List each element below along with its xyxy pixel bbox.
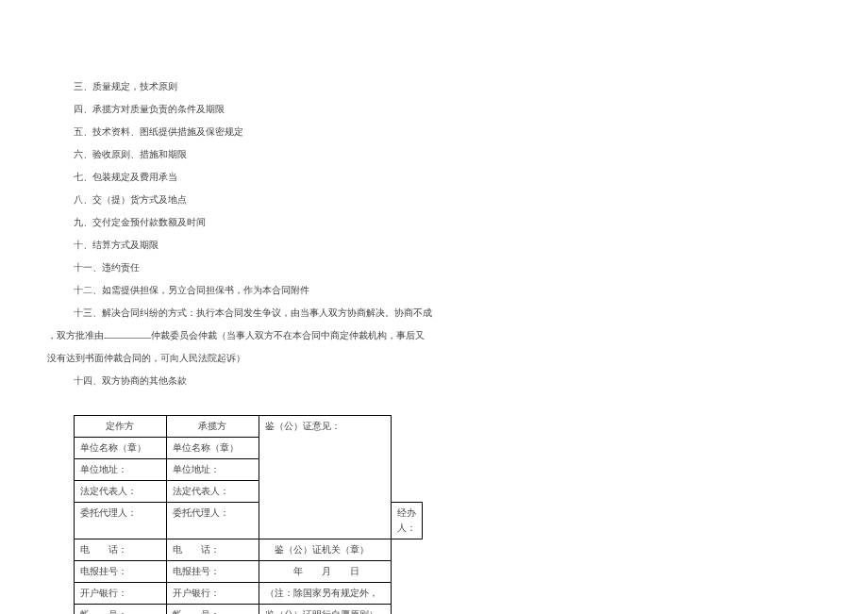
clause-13-line3: 没有达到书面仲裁合同的，可向人民法院起诉） [47, 351, 821, 366]
cell-legal-rep-1: 法定代表人： [75, 481, 167, 503]
clause-7: 七、包装规定及费用承当 [47, 170, 821, 185]
cell-unit-name-1: 单位名称（章） [75, 438, 167, 459]
cell-phone-1: 电 话： [75, 539, 167, 561]
clause-13b-post: 仲裁委员会仲裁（当事人双方不在本合同中商定仲裁机构，事后又 [151, 330, 425, 340]
clause-10: 十、结算方式及期限 [47, 238, 821, 253]
cell-handler: 经办人： [392, 503, 423, 539]
cell-bank-2: 开户银行： [166, 583, 259, 605]
clause-13-line1: 十三、解决合同纠纷的方式：执行本合同发生争议，由当事人双方协商解决。协商不成 [47, 306, 821, 321]
clause-6: 六、验收原则、措施和期限 [47, 147, 821, 162]
clause-5: 五、技术资料、图纸提供措施及保密规定 [47, 124, 821, 140]
cell-telegram-1: 电报挂号： [75, 561, 167, 583]
clause-12: 十二、如需提供担保，另立合同担保书，作为本合同附件 [47, 283, 821, 298]
header-dingzuo: 定作方 [75, 416, 167, 438]
clause-13b-pre: ，双方批准由 [47, 330, 104, 340]
clause-4: 四、承揽方对质量负责的条件及期限 [47, 102, 821, 117]
cell-phone-2: 电 话： [166, 539, 259, 561]
header-jianzheng: 鉴（公）证意见： [259, 416, 391, 539]
cell-date: 年 月 日 [259, 561, 391, 583]
header-chenglan: 承揽方 [166, 416, 259, 438]
clause-14: 十四、双方协商的其他条款 [47, 373, 821, 389]
blank-fill [104, 329, 151, 339]
cell-unit-addr-2: 单位地址： [166, 459, 259, 481]
table-row: 帐 号： 帐 号： 鉴（公）证明行自愿原则） [75, 605, 423, 615]
cell-note2: 鉴（公）证明行自愿原则） [259, 605, 391, 615]
cell-unit-name-2: 单位名称（章） [166, 438, 259, 459]
table-row: 电 话： 电 话： 鉴（公）证机关（章） [75, 539, 423, 561]
cell-note1: （注：除国家另有规定外， [259, 583, 391, 605]
clause-9: 九、交付定金预付款数额及时间 [47, 215, 821, 230]
signature-table: 定作方 承揽方 鉴（公）证意见： 单位名称（章） 单位名称（章） 单位地址： 单… [74, 415, 423, 614]
clause-8: 八、交（提）货方式及地点 [47, 192, 821, 207]
cell-bank-1: 开户银行： [75, 583, 167, 605]
cell-cert-org: 鉴（公）证机关（章） [259, 539, 391, 561]
cell-unit-addr-1: 单位地址： [75, 459, 167, 481]
table-row: 开户银行： 开户银行： （注：除国家另有规定外， [75, 583, 423, 605]
clause-11: 十一、违约责任 [47, 260, 821, 275]
clause-13-line2: ，双方批准由仲裁委员会仲裁（当事人双方不在本合同中商定仲裁机构，事后又 [47, 328, 821, 343]
signature-table-wrap: 定作方 承揽方 鉴（公）证意见： 单位名称（章） 单位名称（章） 单位地址： 单… [47, 415, 821, 614]
table-row: 电报挂号： 电报挂号： 年 月 日 [75, 561, 423, 583]
table-header-row: 定作方 承揽方 鉴（公）证意见： [75, 416, 423, 438]
cell-agent-1: 委托代理人： [75, 503, 167, 539]
clause-3: 三、质量规定，技术原则 [47, 79, 821, 94]
cell-telegram-2: 电报挂号： [166, 561, 259, 583]
cell-legal-rep-2: 法定代表人： [166, 481, 259, 503]
cell-account-2: 帐 号： [166, 605, 259, 615]
cell-agent-2: 委托代理人： [166, 503, 259, 539]
cell-account-1: 帐 号： [75, 605, 167, 615]
